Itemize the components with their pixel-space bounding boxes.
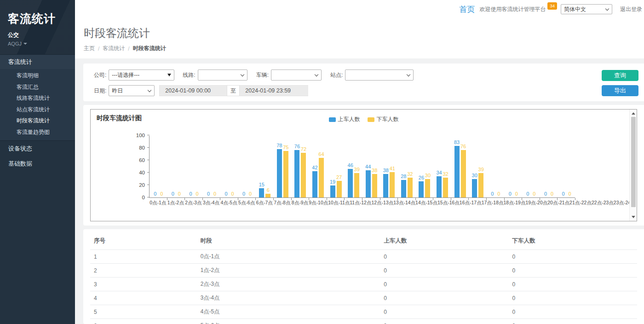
bar-alighting[interactable]: 64 — [319, 158, 324, 197]
bar-boarding[interactable]: 26 — [419, 181, 424, 197]
bar-boarding[interactable]: 34 — [437, 176, 442, 197]
y-axis-tick-label: 100 — [131, 133, 145, 138]
table-cell: 3点-4点 — [197, 291, 380, 305]
bar-value-label: 42 — [312, 165, 317, 170]
bar-boarding[interactable]: 76 — [294, 150, 299, 197]
table-cell: 0 — [380, 264, 508, 278]
x-axis-label-text: 20点-21点 — [547, 200, 569, 206]
bar-boarding[interactable]: 83 — [454, 146, 460, 197]
bar-alighting[interactable]: 75 — [283, 151, 288, 197]
org-switcher[interactable]: AQGJ — [8, 41, 75, 46]
table-cell: 2 — [90, 264, 197, 278]
sidebar-item[interactable]: 设备状态 — [0, 141, 75, 156]
sidebar-subitem[interactable]: 线路客流统计 — [0, 93, 75, 104]
sidebar-subitem[interactable]: 客流明细 — [0, 70, 75, 81]
bar-group: 00 — [185, 136, 203, 197]
bar-group: 3432 — [433, 136, 451, 197]
bar-value-label: 0 — [551, 191, 553, 197]
bar-boarding[interactable]: 42 — [312, 171, 317, 197]
data-table: 序号 时段 上车人数 下车人数 10点-1点0021点-2点0032点-3点00… — [90, 232, 637, 324]
bar-value-label: 76 — [294, 144, 300, 149]
bar-boarding[interactable]: 19 — [330, 185, 335, 197]
bar-alighting[interactable]: 72 — [301, 153, 306, 197]
bar-alighting[interactable]: 30 — [425, 179, 430, 198]
notification-badge[interactable]: 34 — [547, 2, 557, 10]
bar-group: 4639 — [345, 136, 362, 197]
scrollbar-thumb[interactable] — [631, 117, 636, 207]
bar-group: 00 — [167, 136, 185, 197]
bar-boarding[interactable]: 30 — [472, 179, 477, 198]
scroll-down-icon[interactable] — [632, 216, 635, 218]
sidebar-item[interactable]: 基础数据 — [0, 156, 75, 171]
bar-boarding[interactable]: 78 — [277, 149, 282, 197]
x-axis-label-text: 17点-18点 — [482, 200, 504, 206]
bar-value-label: 0 — [207, 191, 210, 197]
bar-boarding[interactable]: 28 — [401, 180, 406, 197]
bar-value-label: 0 — [242, 191, 245, 197]
bar-value-label: 0 — [225, 191, 228, 197]
y-axis-tick-label: 60 — [131, 157, 145, 163]
bar-boarding[interactable]: 44 — [366, 170, 371, 197]
date-preset-select[interactable]: 昨日 — [109, 85, 155, 96]
sidebar-subitem[interactable]: 站点客流统计 — [0, 104, 75, 116]
x-axis-label: 16点-17点 — [460, 200, 482, 206]
bar-boarding[interactable]: 38 — [383, 174, 388, 197]
x-axis-label-text: 21点-22点 — [569, 200, 592, 206]
bar-value-label: 0 — [562, 191, 565, 197]
bar-alighting[interactable]: 38 — [372, 174, 377, 197]
legend-swatch-icon — [329, 117, 336, 122]
bar-value-label: 15 — [259, 182, 264, 187]
date-from-input[interactable] — [159, 85, 227, 96]
logout-link[interactable]: 退出登录 — [620, 6, 642, 13]
export-button[interactable]: 导出 — [602, 85, 638, 96]
bar-alighting[interactable]: 32 — [408, 178, 413, 197]
home-link[interactable]: 首页 — [459, 4, 475, 15]
bar-value-label: 39 — [478, 167, 484, 172]
sidebar-subitem[interactable]: 客流汇总 — [0, 81, 75, 93]
sidebar: 客流统计 公交 AQGJ 客流统计 客流明细客流汇总线路客流统计站点客流统计时段… — [0, 0, 75, 324]
sidebar-subitem[interactable]: 时段客流统计 — [0, 115, 75, 127]
bar-alighting[interactable]: 6 — [265, 194, 270, 197]
station-select[interactable] — [345, 69, 414, 81]
bar-boarding[interactable]: 15 — [259, 188, 264, 197]
legend-item[interactable]: 下车人数 — [368, 116, 399, 123]
date-label: 日期: — [94, 87, 106, 95]
bar-boarding[interactable]: 46 — [348, 169, 353, 197]
table-row: 10点-1点00 — [90, 250, 637, 264]
bar-value-label: 0 — [515, 191, 518, 197]
legend-swatch-icon — [368, 117, 374, 122]
sidebar-subitem[interactable]: 客流量趋势图 — [0, 127, 75, 138]
vehicle-select[interactable] — [271, 69, 322, 81]
bar-alighting[interactable]: 39 — [478, 173, 483, 197]
scroll-up-icon[interactable] — [632, 112, 635, 115]
bar-alighting[interactable]: 27 — [337, 181, 342, 197]
company-select[interactable]: ---请选择--- — [109, 69, 174, 81]
x-axis-label-text: 7点-8点 — [274, 200, 290, 206]
bar-group: 00 — [540, 136, 558, 197]
legend-item[interactable]: 上车人数 — [329, 116, 360, 123]
x-axis-label: 8点-9点 — [291, 200, 309, 206]
table-cell: 0 — [509, 250, 637, 264]
breadcrumb-section[interactable]: 客流统计 — [103, 45, 125, 52]
bar-value-label: 28 — [401, 174, 406, 179]
breadcrumb-home[interactable]: 主页 — [84, 45, 95, 52]
language-select[interactable]: 简体中文 — [561, 4, 612, 14]
line-select[interactable] — [198, 69, 247, 81]
date-to-input[interactable] — [240, 85, 308, 96]
x-axis-label: 11点-12点 — [350, 200, 371, 206]
bar-group: 2630 — [416, 136, 434, 197]
chart-scrollbar[interactable] — [629, 110, 637, 221]
table-header-row: 序号 时段 上车人数 下车人数 — [90, 232, 637, 250]
bar-alighting[interactable]: 41 — [390, 172, 395, 197]
bar-alighting[interactable]: 39 — [354, 173, 359, 197]
table-cell: 0 — [380, 278, 508, 291]
search-button[interactable]: 查询 — [602, 70, 638, 81]
bar-alighting[interactable]: 76 — [461, 150, 466, 197]
col-header-period: 时段 — [197, 232, 380, 250]
sidebar-section-passenger-stats[interactable]: 客流统计 — [0, 54, 75, 69]
sidebar-menu: 客流统计 客流明细客流汇总线路客流统计站点客流统计时段客流统计客流量趋势图 设备… — [0, 54, 75, 171]
bar-alighting[interactable]: 32 — [443, 178, 448, 197]
filter-panel: 公司: ---请选择--- 线路: 车辆: 站点: — [83, 64, 644, 101]
x-axis-label-text: 16点-17点 — [460, 200, 482, 206]
app-logo: 客流统计 — [8, 11, 75, 26]
